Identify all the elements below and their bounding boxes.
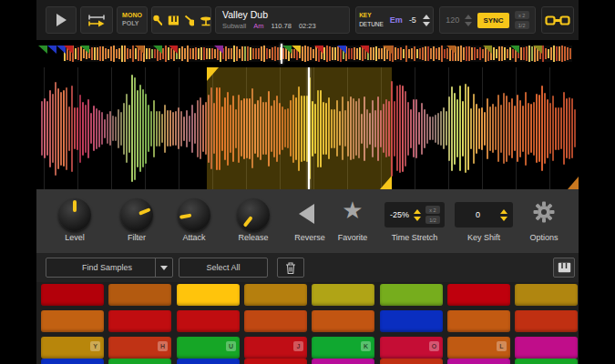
slice-marker-flag[interactable] (510, 46, 519, 54)
sample-pad-r2c5[interactable] (312, 310, 374, 332)
sample-pad-r3c1[interactable]: Y (41, 337, 104, 359)
mic-icon[interactable] (152, 15, 162, 26)
time-stretch-stepper[interactable] (414, 209, 421, 221)
slice-marker-flag[interactable] (80, 46, 89, 54)
sample-pad-r3c4[interactable]: J (244, 337, 307, 359)
sample-pad-r2c3[interactable] (177, 310, 240, 332)
song-info-panel[interactable]: Valley Dub Subwall Am 110.78 02:23 (215, 6, 350, 34)
slice-marker-flag[interactable] (153, 46, 162, 54)
slice-marker-flag[interactable] (282, 46, 292, 54)
sample-pad-r1c3[interactable] (177, 284, 240, 306)
instrument-selector[interactable] (151, 6, 211, 34)
tempo-half-button[interactable]: 1/2 (515, 21, 529, 29)
sample-pad-r1c4[interactable] (244, 284, 307, 306)
sample-pad-r4c2[interactable] (108, 359, 171, 364)
sample-pad-r1c6[interactable] (380, 284, 443, 306)
options-gear-icon[interactable] (532, 200, 556, 224)
sample-pad-r1c5[interactable] (312, 284, 374, 306)
sample-pad-r4c4[interactable] (244, 359, 307, 364)
selection-end-handle[interactable] (380, 176, 392, 189)
detune-stepper[interactable] (423, 15, 430, 26)
sample-pad-r2c4[interactable] (244, 310, 307, 332)
reverse-button[interactable] (299, 204, 314, 224)
time-stretch-up-icon[interactable] (414, 209, 421, 214)
delete-button[interactable] (277, 258, 304, 278)
main-playhead[interactable] (308, 67, 310, 189)
slice-marker-flag[interactable] (214, 46, 223, 54)
sample-pad-r3c3[interactable]: U (177, 337, 240, 359)
sample-pad-r1c1[interactable] (41, 284, 104, 306)
sample-end-handle[interactable] (568, 177, 579, 189)
audio-connection-button[interactable] (541, 6, 574, 34)
sample-pad-r2c2[interactable] (108, 310, 171, 332)
sample-pad-r4c3[interactable] (177, 359, 240, 364)
guitar-icon[interactable] (184, 15, 194, 26)
sample-pad-r3c5[interactable]: K (312, 337, 374, 359)
sample-pad-r1c8[interactable] (515, 284, 578, 306)
sample-pad-r4c5[interactable] (312, 359, 374, 364)
slice-marker-flag[interactable] (533, 46, 542, 54)
select-all-button[interactable]: Select All (179, 258, 268, 278)
time-stretch-half-button[interactable]: 1/2 (425, 216, 440, 224)
favorite-button[interactable]: ★ (342, 197, 363, 225)
slice-marker-flag[interactable] (314, 46, 323, 54)
sample-pad-r2c8[interactable] (515, 310, 578, 332)
slice-marker-flag[interactable] (292, 46, 301, 54)
piano-icon[interactable] (168, 15, 179, 26)
sample-pad-r3c2[interactable]: H (108, 337, 171, 359)
play-button[interactable] (46, 6, 77, 34)
tempo-up-icon[interactable] (465, 15, 472, 19)
keyboard-view-button[interactable] (553, 258, 575, 278)
sample-pad-r3c6[interactable]: O (380, 337, 443, 359)
key-shift-value[interactable]: 0 (460, 210, 496, 219)
key-shift-stepper[interactable] (500, 209, 507, 221)
dropdown-arrow[interactable] (155, 258, 172, 277)
tempo-x2-button[interactable]: x 2 (515, 11, 529, 19)
loop-mode-button[interactable] (80, 6, 113, 34)
slice-marker-flag[interactable] (169, 46, 178, 54)
sample-pad-r3c8[interactable] (515, 337, 578, 359)
find-samples-dropdown[interactable]: Find Samples (46, 258, 173, 278)
slice-marker-flag[interactable] (337, 46, 346, 54)
slice-marker-flag[interactable] (64, 46, 73, 54)
mono-poly-toggle[interactable]: MONO POLY (117, 6, 148, 34)
slice-marker-flag[interactable] (446, 46, 456, 54)
detune-value[interactable]: -5 (409, 15, 416, 25)
sample-pad-r4c8[interactable] (515, 359, 578, 364)
release-knob[interactable] (237, 198, 270, 231)
slice-marker-flag[interactable] (38, 46, 47, 54)
sample-pad-r1c2[interactable] (108, 284, 171, 306)
sample-pad-r4c1[interactable] (41, 359, 104, 364)
time-stretch-value[interactable]: -25% (390, 210, 409, 219)
key-shift-up-icon[interactable] (500, 209, 507, 214)
sample-pad-r4c7[interactable] (447, 359, 510, 364)
sample-pad-r2c1[interactable] (41, 310, 104, 332)
sync-button[interactable]: SYNC (477, 13, 508, 28)
sample-pad-r4c6[interactable] (380, 359, 443, 364)
key-shift-down-icon[interactable] (500, 217, 507, 221)
attack-knob[interactable] (178, 198, 210, 231)
slice-marker-flag[interactable] (483, 46, 492, 54)
drums-icon[interactable] (200, 15, 210, 26)
key-value[interactable]: Em (390, 15, 403, 25)
tempo-down-icon[interactable] (465, 22, 472, 26)
sample-pad-r3c7[interactable]: L (447, 337, 510, 359)
selection-start-handle[interactable] (207, 67, 219, 81)
sample-pad-r2c7[interactable] (447, 310, 510, 332)
sample-pad-r2c6[interactable] (380, 310, 443, 332)
slice-marker-flag[interactable] (135, 46, 144, 54)
tempo-stepper[interactable] (465, 15, 472, 26)
slice-marker-flag[interactable] (360, 46, 369, 54)
overview-playhead[interactable] (281, 44, 282, 64)
sample-pad-r1c7[interactable] (447, 284, 510, 306)
level-knob[interactable] (58, 198, 91, 231)
slice-marker-flag[interactable] (47, 46, 56, 54)
detune-down-icon[interactable] (423, 22, 430, 26)
detune-up-icon[interactable] (423, 15, 430, 19)
tempo-value[interactable]: 120 (446, 15, 459, 25)
waveform-display[interactable] (36, 67, 579, 189)
slice-marker-flag[interactable] (383, 46, 392, 54)
filter-knob[interactable] (120, 198, 153, 231)
time-stretch-x2-button[interactable]: x 2 (425, 206, 440, 214)
time-stretch-down-icon[interactable] (414, 217, 421, 221)
